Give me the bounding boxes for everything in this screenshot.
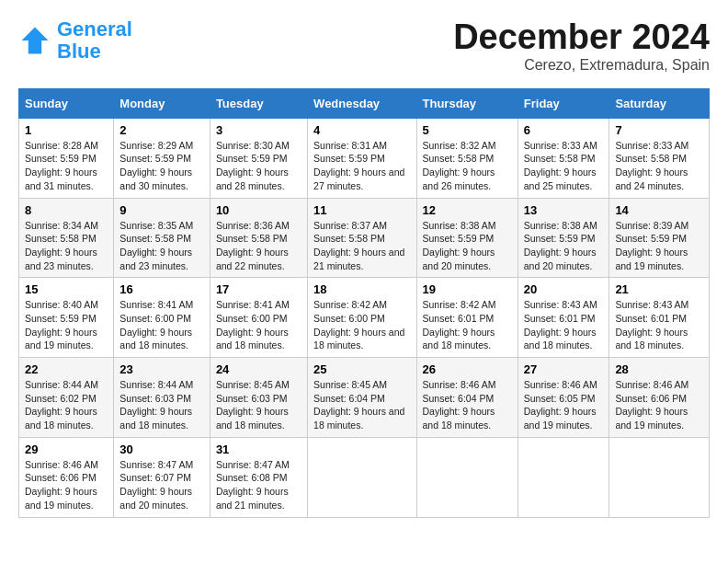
day-number: 27 bbox=[524, 362, 604, 376]
day-number: 29 bbox=[25, 442, 108, 456]
calendar-cell: 6 Sunrise: 8:33 AMSunset: 5:58 PMDayligh… bbox=[518, 118, 609, 198]
calendar-week-row: 1 Sunrise: 8:28 AMSunset: 5:59 PMDayligh… bbox=[19, 118, 710, 198]
day-number: 8 bbox=[25, 203, 108, 217]
calendar-cell: 19 Sunrise: 8:42 AMSunset: 6:01 PMDaylig… bbox=[416, 278, 518, 358]
day-info: Sunrise: 8:42 AMSunset: 6:00 PMDaylight:… bbox=[313, 298, 410, 352]
day-info: Sunrise: 8:38 AMSunset: 5:59 PMDaylight:… bbox=[423, 219, 512, 273]
day-info: Sunrise: 8:47 AMSunset: 6:08 PMDaylight:… bbox=[216, 458, 301, 512]
day-header-monday: Monday bbox=[114, 88, 210, 118]
day-info: Sunrise: 8:46 AMSunset: 6:04 PMDaylight:… bbox=[423, 378, 512, 432]
calendar-cell: 3 Sunrise: 8:30 AMSunset: 5:59 PMDayligh… bbox=[210, 118, 307, 198]
day-number: 4 bbox=[313, 123, 410, 137]
day-info: Sunrise: 8:45 AMSunset: 6:04 PMDaylight:… bbox=[313, 378, 410, 432]
day-number: 12 bbox=[423, 203, 512, 217]
day-info: Sunrise: 8:32 AMSunset: 5:58 PMDaylight:… bbox=[423, 139, 512, 193]
calendar-cell: 20 Sunrise: 8:43 AMSunset: 6:01 PMDaylig… bbox=[518, 278, 609, 358]
day-header-wednesday: Wednesday bbox=[308, 88, 416, 118]
calendar-cell bbox=[308, 437, 416, 517]
day-number: 9 bbox=[119, 203, 204, 217]
day-number: 23 bbox=[119, 362, 204, 376]
day-info: Sunrise: 8:46 AMSunset: 6:06 PMDaylight:… bbox=[615, 378, 703, 432]
day-header-thursday: Thursday bbox=[416, 88, 518, 118]
day-info: Sunrise: 8:41 AMSunset: 6:00 PMDaylight:… bbox=[119, 298, 204, 352]
day-info: Sunrise: 8:46 AMSunset: 6:06 PMDaylight:… bbox=[25, 458, 108, 512]
calendar-cell: 28 Sunrise: 8:46 AMSunset: 6:06 PMDaylig… bbox=[609, 358, 710, 438]
day-number: 25 bbox=[313, 362, 410, 376]
header-row: SundayMondayTuesdayWednesdayThursdayFrid… bbox=[19, 88, 710, 118]
day-info: Sunrise: 8:29 AMSunset: 5:59 PMDaylight:… bbox=[119, 139, 204, 193]
calendar-cell: 31 Sunrise: 8:47 AMSunset: 6:08 PMDaylig… bbox=[210, 437, 307, 517]
calendar-cell: 13 Sunrise: 8:38 AMSunset: 5:59 PMDaylig… bbox=[518, 198, 609, 278]
calendar-cell: 24 Sunrise: 8:45 AMSunset: 6:03 PMDaylig… bbox=[210, 358, 307, 438]
calendar-cell: 12 Sunrise: 8:38 AMSunset: 5:59 PMDaylig… bbox=[416, 198, 518, 278]
month-title: December 2024 bbox=[453, 18, 710, 57]
day-number: 26 bbox=[423, 362, 512, 376]
logo-icon bbox=[18, 24, 51, 57]
day-info: Sunrise: 8:43 AMSunset: 6:01 PMDaylight:… bbox=[524, 298, 604, 352]
day-number: 5 bbox=[423, 123, 512, 137]
day-info: Sunrise: 8:44 AMSunset: 6:02 PMDaylight:… bbox=[25, 378, 108, 432]
logo: General Blue bbox=[18, 18, 132, 63]
day-info: Sunrise: 8:44 AMSunset: 6:03 PMDaylight:… bbox=[119, 378, 204, 432]
calendar-cell: 25 Sunrise: 8:45 AMSunset: 6:04 PMDaylig… bbox=[308, 358, 416, 438]
calendar-cell: 26 Sunrise: 8:46 AMSunset: 6:04 PMDaylig… bbox=[416, 358, 518, 438]
day-header-tuesday: Tuesday bbox=[210, 88, 307, 118]
day-number: 18 bbox=[313, 282, 410, 296]
day-info: Sunrise: 8:33 AMSunset: 5:58 PMDaylight:… bbox=[524, 139, 604, 193]
calendar-cell: 10 Sunrise: 8:36 AMSunset: 5:58 PMDaylig… bbox=[210, 198, 307, 278]
day-info: Sunrise: 8:34 AMSunset: 5:58 PMDaylight:… bbox=[25, 219, 108, 273]
calendar-cell: 16 Sunrise: 8:41 AMSunset: 6:00 PMDaylig… bbox=[114, 278, 210, 358]
calendar-cell: 1 Sunrise: 8:28 AMSunset: 5:59 PMDayligh… bbox=[19, 118, 114, 198]
day-info: Sunrise: 8:40 AMSunset: 5:59 PMDaylight:… bbox=[25, 298, 108, 352]
location-title: Cerezo, Extremadura, Spain bbox=[453, 57, 710, 74]
day-number: 3 bbox=[216, 123, 301, 137]
calendar-week-row: 8 Sunrise: 8:34 AMSunset: 5:58 PMDayligh… bbox=[19, 198, 710, 278]
day-header-saturday: Saturday bbox=[609, 88, 710, 118]
logo-text: General Blue bbox=[57, 18, 132, 63]
svg-marker-0 bbox=[22, 28, 49, 54]
calendar-cell: 11 Sunrise: 8:37 AMSunset: 5:58 PMDaylig… bbox=[308, 198, 416, 278]
title-area: December 2024 Cerezo, Extremadura, Spain bbox=[453, 18, 710, 74]
calendar-cell bbox=[518, 437, 609, 517]
day-number: 22 bbox=[25, 362, 108, 376]
calendar-week-row: 29 Sunrise: 8:46 AMSunset: 6:06 PMDaylig… bbox=[19, 437, 710, 517]
day-number: 28 bbox=[615, 362, 703, 376]
day-number: 19 bbox=[423, 282, 512, 296]
calendar-week-row: 15 Sunrise: 8:40 AMSunset: 5:59 PMDaylig… bbox=[19, 278, 710, 358]
day-info: Sunrise: 8:45 AMSunset: 6:03 PMDaylight:… bbox=[216, 378, 301, 432]
day-info: Sunrise: 8:33 AMSunset: 5:58 PMDaylight:… bbox=[615, 139, 703, 193]
day-number: 21 bbox=[615, 282, 703, 296]
day-info: Sunrise: 8:31 AMSunset: 5:59 PMDaylight:… bbox=[313, 139, 410, 193]
day-number: 20 bbox=[524, 282, 604, 296]
day-info: Sunrise: 8:36 AMSunset: 5:58 PMDaylight:… bbox=[216, 219, 301, 273]
day-header-friday: Friday bbox=[518, 88, 609, 118]
calendar-table: SundayMondayTuesdayWednesdayThursdayFrid… bbox=[18, 88, 710, 518]
calendar-cell: 21 Sunrise: 8:43 AMSunset: 6:01 PMDaylig… bbox=[609, 278, 710, 358]
day-info: Sunrise: 8:43 AMSunset: 6:01 PMDaylight:… bbox=[615, 298, 703, 352]
day-info: Sunrise: 8:30 AMSunset: 5:59 PMDaylight:… bbox=[216, 139, 301, 193]
calendar-cell: 18 Sunrise: 8:42 AMSunset: 6:00 PMDaylig… bbox=[308, 278, 416, 358]
day-number: 17 bbox=[216, 282, 301, 296]
day-number: 31 bbox=[216, 442, 301, 456]
calendar-cell: 5 Sunrise: 8:32 AMSunset: 5:58 PMDayligh… bbox=[416, 118, 518, 198]
day-info: Sunrise: 8:47 AMSunset: 6:07 PMDaylight:… bbox=[119, 458, 204, 512]
day-number: 11 bbox=[313, 203, 410, 217]
calendar-cell: 29 Sunrise: 8:46 AMSunset: 6:06 PMDaylig… bbox=[19, 437, 114, 517]
calendar-cell: 7 Sunrise: 8:33 AMSunset: 5:58 PMDayligh… bbox=[609, 118, 710, 198]
calendar-cell: 9 Sunrise: 8:35 AMSunset: 5:58 PMDayligh… bbox=[114, 198, 210, 278]
day-number: 6 bbox=[524, 123, 604, 137]
calendar-cell bbox=[416, 437, 518, 517]
calendar-cell: 8 Sunrise: 8:34 AMSunset: 5:58 PMDayligh… bbox=[19, 198, 114, 278]
calendar-week-row: 22 Sunrise: 8:44 AMSunset: 6:02 PMDaylig… bbox=[19, 358, 710, 438]
calendar-cell: 4 Sunrise: 8:31 AMSunset: 5:59 PMDayligh… bbox=[308, 118, 416, 198]
day-number: 16 bbox=[119, 282, 204, 296]
day-info: Sunrise: 8:41 AMSunset: 6:00 PMDaylight:… bbox=[216, 298, 301, 352]
calendar-cell: 2 Sunrise: 8:29 AMSunset: 5:59 PMDayligh… bbox=[114, 118, 210, 198]
day-info: Sunrise: 8:46 AMSunset: 6:05 PMDaylight:… bbox=[524, 378, 604, 432]
day-number: 13 bbox=[524, 203, 604, 217]
day-number: 1 bbox=[25, 123, 108, 137]
day-info: Sunrise: 8:42 AMSunset: 6:01 PMDaylight:… bbox=[423, 298, 512, 352]
calendar-cell: 27 Sunrise: 8:46 AMSunset: 6:05 PMDaylig… bbox=[518, 358, 609, 438]
calendar-cell: 22 Sunrise: 8:44 AMSunset: 6:02 PMDaylig… bbox=[19, 358, 114, 438]
day-info: Sunrise: 8:38 AMSunset: 5:59 PMDaylight:… bbox=[524, 219, 604, 273]
